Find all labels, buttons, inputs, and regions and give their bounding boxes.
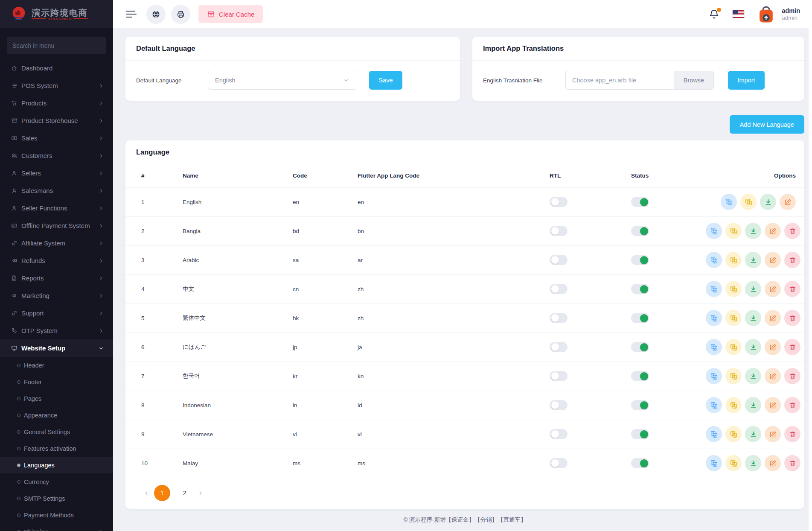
menu-search-input[interactable] xyxy=(7,37,106,54)
default-language-select[interactable]: English xyxy=(208,71,356,90)
app-translate-button[interactable] xyxy=(706,339,722,355)
export-button[interactable] xyxy=(745,252,761,268)
rtl-toggle[interactable] xyxy=(550,429,568,439)
export-button[interactable] xyxy=(745,368,761,384)
rtl-toggle[interactable] xyxy=(550,342,568,352)
translate-button[interactable] xyxy=(725,426,742,442)
sidebar-item-dashboard[interactable]: Dashboard xyxy=(0,59,113,77)
delete-button[interactable] xyxy=(784,455,800,471)
translate-button[interactable] xyxy=(725,368,742,384)
export-button[interactable] xyxy=(745,223,761,239)
sidebar-item-sales[interactable]: Sales xyxy=(0,129,113,147)
edit-button[interactable] xyxy=(765,223,781,239)
edit-button[interactable] xyxy=(765,339,781,355)
export-button[interactable] xyxy=(745,455,761,471)
app-translate-button[interactable] xyxy=(721,194,737,210)
translate-button[interactable] xyxy=(725,455,742,471)
sidebar-subitem-appearance[interactable]: Appearance xyxy=(0,407,113,423)
edit-button[interactable] xyxy=(765,426,781,442)
brand-logo[interactable]: 演示跨境电商 demo B2B2C xyxy=(0,0,113,28)
delete-button[interactable] xyxy=(784,339,800,355)
sidebar-subitem-general-settings[interactable]: General Settings xyxy=(0,423,113,440)
app-translate-button[interactable] xyxy=(706,252,722,268)
website-globe-button[interactable] xyxy=(146,5,166,24)
pagination-page-1[interactable]: 1 xyxy=(154,485,170,501)
sidebar-item-products[interactable]: Products xyxy=(0,94,113,112)
sidebar-item-pos-system[interactable]: POS System xyxy=(0,77,113,94)
rtl-toggle[interactable] xyxy=(550,371,568,381)
sidebar-subitem-shipping[interactable]: Shipping xyxy=(0,523,113,531)
rtl-toggle[interactable] xyxy=(550,226,568,236)
export-button[interactable] xyxy=(760,194,776,210)
app-translate-button[interactable] xyxy=(706,310,722,326)
translate-button[interactable] xyxy=(740,194,757,210)
print-button[interactable] xyxy=(171,5,190,24)
delete-button[interactable] xyxy=(784,252,800,268)
status-toggle[interactable] xyxy=(631,284,649,294)
export-button[interactable] xyxy=(745,339,761,355)
status-toggle[interactable] xyxy=(631,400,649,410)
scrollbar-track[interactable] xyxy=(809,0,812,531)
status-toggle[interactable] xyxy=(631,429,649,439)
export-button[interactable] xyxy=(745,426,761,442)
save-button[interactable]: Save xyxy=(369,71,402,90)
us-flag-icon[interactable] xyxy=(733,10,744,18)
sidebar-toggle-button[interactable] xyxy=(126,9,137,20)
rtl-toggle[interactable] xyxy=(550,255,568,265)
delete-button[interactable] xyxy=(784,281,800,297)
clear-cache-button[interactable]: Clear Cache xyxy=(198,5,263,23)
delete-button[interactable] xyxy=(784,223,800,239)
status-toggle[interactable] xyxy=(631,197,649,207)
status-toggle[interactable] xyxy=(631,458,649,468)
edit-button[interactable] xyxy=(780,194,796,210)
sidebar-item-salesmans[interactable]: Salesmans xyxy=(0,182,113,199)
edit-button[interactable] xyxy=(765,281,781,297)
sidebar-subitem-pages[interactable]: Pages xyxy=(0,390,113,407)
app-translate-button[interactable] xyxy=(706,455,722,471)
sidebar-subitem-features-activation[interactable]: Features activation xyxy=(0,440,113,457)
sidebar-item-support[interactable]: Support xyxy=(0,304,113,322)
app-translate-button[interactable] xyxy=(706,281,722,297)
sidebar-subitem-languages[interactable]: Languages xyxy=(0,457,113,473)
sidebar-item-otp-system[interactable]: OTP System xyxy=(0,322,113,339)
sidebar-item-refunds[interactable]: Refunds xyxy=(0,252,113,269)
sidebar-item-sellers[interactable]: Sellers xyxy=(0,164,113,182)
sidebar-subitem-smtp-settings[interactable]: SMTP Settings xyxy=(0,490,113,507)
sidebar-item-seller-functions[interactable]: Seller Functions xyxy=(0,199,113,217)
status-toggle[interactable] xyxy=(631,255,649,265)
status-toggle[interactable] xyxy=(631,371,649,381)
app-translate-button[interactable] xyxy=(706,397,722,413)
export-button[interactable] xyxy=(745,281,761,297)
sidebar-subitem-footer[interactable]: Footer xyxy=(0,373,113,390)
translate-button[interactable] xyxy=(725,281,742,297)
delete-button[interactable] xyxy=(784,397,800,413)
app-translate-button[interactable] xyxy=(706,368,722,384)
translate-button[interactable] xyxy=(725,252,742,268)
translate-button[interactable] xyxy=(725,397,742,413)
edit-button[interactable] xyxy=(765,397,781,413)
rtl-toggle[interactable] xyxy=(550,197,568,207)
avatar[interactable] xyxy=(756,4,777,25)
status-toggle[interactable] xyxy=(631,342,649,352)
sidebar-subitem-header[interactable]: Header xyxy=(0,357,113,373)
add-new-language-button[interactable]: Add New Language xyxy=(730,115,804,134)
import-button[interactable]: Import xyxy=(728,71,765,90)
sidebar-item-affiliate-system[interactable]: Affiliate System xyxy=(0,234,113,252)
edit-button[interactable] xyxy=(765,455,781,471)
delete-button[interactable] xyxy=(784,310,800,326)
translate-button[interactable] xyxy=(725,310,742,326)
edit-button[interactable] xyxy=(765,252,781,268)
export-button[interactable] xyxy=(745,310,761,326)
sidebar-item-website-setup[interactable]: Website Setup xyxy=(0,339,113,357)
translation-file-input[interactable]: Choose app_en.arb file Browse xyxy=(565,71,714,90)
edit-button[interactable] xyxy=(765,368,781,384)
notifications-button[interactable] xyxy=(708,9,720,20)
status-toggle[interactable] xyxy=(631,313,649,323)
app-translate-button[interactable] xyxy=(706,426,722,442)
sidebar-subitem-payment-methods[interactable]: Payment Methods xyxy=(0,507,113,523)
pagination-next[interactable]: › xyxy=(199,488,202,497)
app-translate-button[interactable] xyxy=(706,223,722,239)
sidebar-item-customers[interactable]: Customers xyxy=(0,147,113,164)
browse-button[interactable]: Browse xyxy=(674,71,713,89)
edit-button[interactable] xyxy=(765,310,781,326)
